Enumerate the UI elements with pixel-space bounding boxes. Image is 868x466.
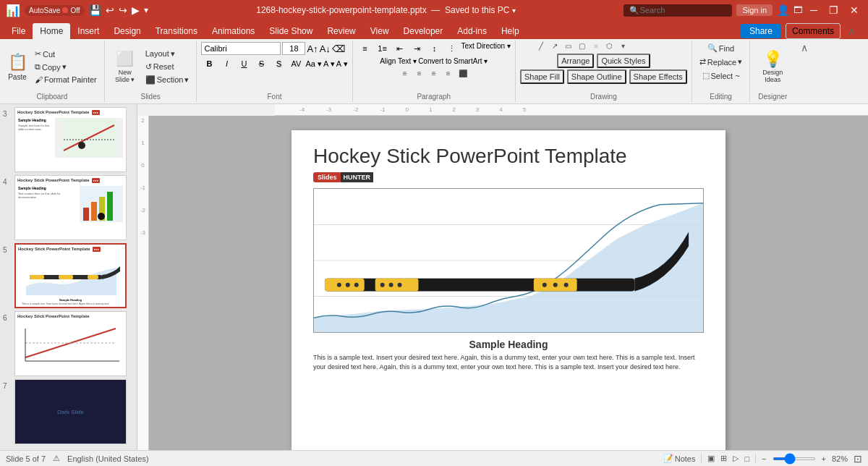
slide-thumb-3[interactable]: 3 Hockey Stick PowerPoint Template●●● Sa…	[3, 107, 134, 172]
quick-styles-button[interactable]: Quick Styles	[597, 54, 650, 68]
tab-view[interactable]: View	[363, 23, 396, 39]
present-icon[interactable]: ▶	[132, 4, 140, 16]
tab-transitions[interactable]: Transitions	[148, 23, 205, 39]
change-case-button[interactable]: Aa ▾	[305, 59, 322, 69]
minimize-button[interactable]: ─	[807, 4, 821, 16]
shadow-button[interactable]: S	[271, 57, 286, 70]
font-size-input[interactable]	[282, 42, 305, 55]
dropdown-arrow[interactable]: ▾	[512, 7, 516, 14]
font-increase-button[interactable]: A↑	[307, 43, 318, 54]
slide-sorter-button[interactable]: ⊞	[720, 454, 727, 463]
notes-button[interactable]: 📝 Notes	[663, 454, 696, 463]
tab-insert[interactable]: Insert	[70, 23, 106, 39]
shape-oval[interactable]: ○	[590, 42, 602, 52]
search-input[interactable]	[639, 6, 726, 14]
format-painter-button[interactable]: 🖌 Format Painter	[32, 74, 100, 85]
font-name-input[interactable]	[201, 42, 281, 55]
slide-image-6[interactable]: Hockey Stick PowerPoint Template	[14, 311, 127, 376]
columns-button[interactable]: ⋮	[444, 42, 460, 55]
tab-animations[interactable]: Animations	[205, 23, 262, 39]
underline-button[interactable]: U	[236, 57, 252, 70]
shape-rrect[interactable]: ▢	[576, 42, 588, 52]
increase-indent-button[interactable]: ⇥	[409, 42, 425, 55]
restore-button[interactable]: ❐	[825, 4, 842, 16]
close-button[interactable]: ✕	[846, 4, 862, 16]
design-ideas-button[interactable]: 💡 Design Ideas	[754, 43, 791, 90]
slide-thumb-4[interactable]: 4 Hockey Stick PowerPoint Template●●● Sa…	[3, 175, 134, 240]
clear-format-button[interactable]: ⌫	[332, 43, 345, 54]
tab-home[interactable]: Home	[33, 23, 70, 39]
normal-view-button[interactable]: ▣	[707, 454, 715, 463]
fit-slide-button[interactable]: ⊡	[854, 453, 862, 465]
dropdown-icon[interactable]: ▾	[144, 5, 148, 15]
tab-design[interactable]: Design	[106, 23, 148, 39]
ribbon-display-icon[interactable]: 🗔	[793, 5, 802, 15]
align-text-button[interactable]: Align Text ▾	[380, 57, 417, 65]
reset-button[interactable]: ↺ Reset	[142, 61, 192, 73]
align-center-button[interactable]: ≡	[413, 67, 426, 79]
replace-button[interactable]: ⇄ Replace ▾	[697, 56, 745, 68]
bold-button[interactable]: B	[201, 57, 217, 70]
align-left-button[interactable]: ≡	[399, 67, 412, 79]
profile-icon[interactable]: 👤	[777, 4, 789, 16]
slide-thumb-5[interactable]: 5 Hockey Stick PowerPoint Template●●●	[3, 243, 134, 308]
find-button[interactable]: 🔍 Find	[705, 42, 737, 54]
signin-button[interactable]: Sign in	[736, 4, 773, 16]
justify-button[interactable]: ≡	[442, 67, 455, 79]
slide-image-3[interactable]: Hockey Stick PowerPoint Template●●● Samp…	[14, 107, 127, 172]
font-color-button[interactable]: A ▾	[323, 59, 335, 69]
redo-icon[interactable]: ↪	[119, 4, 127, 16]
slide-image-4[interactable]: Hockey Stick PowerPoint Template●●● Samp…	[14, 175, 127, 240]
convert-to-smartart-button[interactable]: Convert to SmartArt ▾	[418, 57, 488, 65]
shape-arrow[interactable]: ↗	[549, 42, 561, 52]
slide-error-icon[interactable]: ⚠	[53, 454, 60, 463]
undo-icon[interactable]: ↩	[106, 4, 114, 16]
slide-thumb-7[interactable]: 7 Dark Slide	[3, 379, 134, 444]
ribbon-collapse-right[interactable]: ∧	[798, 41, 811, 102]
section-button[interactable]: ⬛ Section ▾	[142, 74, 192, 86]
slide-image-7[interactable]: Dark Slide	[14, 379, 127, 444]
ribbon-collapse-button[interactable]: ∧	[845, 24, 858, 38]
comments-button[interactable]: Comments	[786, 23, 841, 39]
align-vcenter-button[interactable]: ⬛	[456, 67, 469, 79]
strikethrough-button[interactable]: S	[253, 57, 269, 70]
align-right-button[interactable]: ≡	[427, 67, 441, 79]
tab-review[interactable]: Review	[320, 23, 362, 39]
presenter-view-button[interactable]: □	[744, 454, 749, 463]
paste-button[interactable]: 📋 Paste	[4, 43, 30, 90]
arrange-button[interactable]: Arrange	[557, 54, 594, 68]
shape-fill-button[interactable]: Shape Fill	[520, 69, 564, 84]
zoom-plus-button[interactable]: +	[822, 454, 826, 463]
line-spacing-button[interactable]: ↕	[427, 42, 443, 55]
zoom-level[interactable]: 82%	[832, 454, 848, 463]
tab-file[interactable]: File	[4, 23, 33, 39]
zoom-minus-button[interactable]: −	[762, 454, 766, 463]
language-info[interactable]: English (United States)	[67, 454, 149, 463]
text-direction-button[interactable]: Text Direction ▾	[461, 42, 511, 55]
autosave-toggle[interactable]: AutoSave Off	[25, 5, 85, 16]
shape-line[interactable]: ╱	[535, 42, 547, 52]
tab-slideshow[interactable]: Slide Show	[262, 23, 320, 39]
layout-button[interactable]: Layout ▾	[142, 48, 192, 60]
save-icon[interactable]: 💾	[89, 4, 101, 16]
shape-hexagon[interactable]: ⬡	[604, 42, 616, 52]
share-button[interactable]: Share	[741, 24, 781, 38]
italic-button[interactable]: I	[218, 57, 234, 70]
tab-addins[interactable]: Add-ins	[450, 23, 494, 39]
font-decrease-button[interactable]: A↓	[320, 43, 331, 54]
highlight-button[interactable]: A ▾	[336, 59, 348, 69]
shape-effects-button[interactable]: Shape Effects	[629, 69, 687, 84]
slide-image-5[interactable]: Hockey Stick PowerPoint Template●●●	[14, 243, 127, 308]
shape-outline-button[interactable]: Shape Outline	[567, 69, 626, 84]
bullet-list-button[interactable]: ≡	[357, 42, 373, 55]
char-spacing-button[interactable]: AV	[288, 57, 304, 70]
shape-rect[interactable]: ▭	[563, 42, 574, 52]
slide-thumb-6[interactable]: 6 Hockey Stick PowerPoint Template	[3, 311, 134, 376]
new-slide-button[interactable]: ⬜ New Slide ▾	[109, 43, 141, 90]
slide-canvas[interactable]: Hockey Stick PowerPoint Template SlidesH…	[292, 130, 726, 450]
shape-more[interactable]: ▾	[618, 42, 629, 52]
reading-view-button[interactable]: ▷	[733, 454, 739, 463]
cut-button[interactable]: ✂ Cut	[32, 48, 100, 60]
copy-button[interactable]: ⧉ Copy ▾	[32, 61, 100, 73]
select-button[interactable]: ⬚ Select ~	[699, 69, 743, 82]
